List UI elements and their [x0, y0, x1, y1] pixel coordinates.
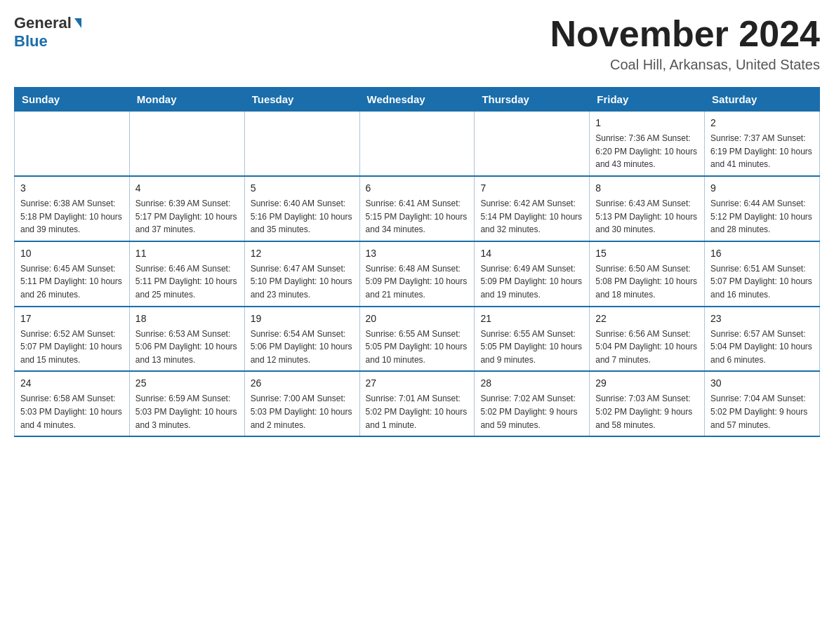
day-number: 2 [710, 116, 814, 130]
day-info: Sunrise: 7:00 AM Sunset: 5:03 PM Dayligh… [251, 392, 354, 431]
calendar-week-row: 10Sunrise: 6:45 AM Sunset: 5:11 PM Dayli… [15, 241, 820, 307]
calendar-cell: 4Sunrise: 6:39 AM Sunset: 5:17 PM Daylig… [129, 176, 244, 241]
logo: General Blue [14, 14, 81, 51]
day-number: 18 [135, 311, 239, 326]
day-number: 17 [20, 311, 124, 326]
calendar-cell [15, 112, 130, 176]
day-info: Sunrise: 6:58 AM Sunset: 5:03 PM Dayligh… [20, 392, 124, 431]
calendar-cell: 7Sunrise: 6:42 AM Sunset: 5:14 PM Daylig… [475, 176, 590, 241]
day-info: Sunrise: 6:41 AM Sunset: 5:15 PM Dayligh… [366, 197, 469, 236]
calendar-cell: 28Sunrise: 7:02 AM Sunset: 5:02 PM Dayli… [475, 371, 590, 436]
calendar-header-row: SundayMondayTuesdayWednesdayThursdayFrid… [15, 88, 820, 112]
calendar-week-row: 24Sunrise: 6:58 AM Sunset: 5:03 PM Dayli… [15, 371, 820, 436]
calendar-day-header: Monday [129, 88, 244, 112]
day-number: 21 [480, 311, 583, 326]
page-header: General Blue November 2024 Coal Hill, Ar… [14, 14, 820, 73]
day-number: 4 [135, 181, 239, 196]
calendar-cell: 24Sunrise: 6:58 AM Sunset: 5:03 PM Dayli… [15, 371, 130, 436]
day-info: Sunrise: 6:56 AM Sunset: 5:04 PM Dayligh… [595, 328, 699, 367]
calendar-cell: 17Sunrise: 6:52 AM Sunset: 5:07 PM Dayli… [15, 307, 130, 372]
day-info: Sunrise: 6:55 AM Sunset: 5:05 PM Dayligh… [480, 328, 583, 367]
logo-general-label: General [14, 14, 72, 32]
day-number: 20 [366, 311, 469, 326]
day-number: 9 [710, 181, 814, 196]
day-number: 22 [595, 311, 699, 326]
calendar-cell [359, 112, 475, 176]
day-number: 24 [20, 376, 124, 391]
calendar-cell: 30Sunrise: 7:04 AM Sunset: 5:02 PM Dayli… [705, 371, 820, 436]
calendar-cell: 18Sunrise: 6:53 AM Sunset: 5:06 PM Dayli… [129, 307, 244, 372]
logo-general-text: General [14, 14, 81, 32]
day-number: 30 [710, 376, 814, 391]
day-number: 25 [135, 376, 239, 391]
month-title: November 2024 [550, 14, 820, 54]
day-info: Sunrise: 7:02 AM Sunset: 5:02 PM Dayligh… [480, 392, 583, 431]
day-number: 28 [480, 376, 583, 391]
day-info: Sunrise: 6:43 AM Sunset: 5:13 PM Dayligh… [595, 197, 699, 236]
calendar-day-header: Thursday [475, 88, 590, 112]
day-info: Sunrise: 6:45 AM Sunset: 5:11 PM Dayligh… [20, 262, 124, 302]
day-number: 26 [251, 376, 354, 391]
calendar-cell: 27Sunrise: 7:01 AM Sunset: 5:02 PM Dayli… [359, 371, 475, 436]
day-number: 13 [366, 246, 469, 261]
calendar-week-row: 1Sunrise: 7:36 AM Sunset: 6:20 PM Daylig… [15, 112, 820, 176]
calendar-cell: 26Sunrise: 7:00 AM Sunset: 5:03 PM Dayli… [244, 371, 359, 436]
day-number: 29 [595, 376, 699, 391]
day-info: Sunrise: 6:42 AM Sunset: 5:14 PM Dayligh… [480, 197, 583, 236]
day-number: 14 [480, 246, 583, 261]
calendar-cell: 12Sunrise: 6:47 AM Sunset: 5:10 PM Dayli… [244, 241, 359, 307]
day-info: Sunrise: 7:37 AM Sunset: 6:19 PM Dayligh… [710, 132, 814, 171]
calendar-day-header: Wednesday [359, 88, 475, 112]
day-number: 8 [595, 181, 699, 196]
day-number: 10 [20, 246, 124, 261]
day-info: Sunrise: 6:53 AM Sunset: 5:06 PM Dayligh… [135, 328, 239, 367]
day-number: 12 [251, 246, 354, 261]
day-number: 11 [135, 246, 239, 261]
day-info: Sunrise: 7:36 AM Sunset: 6:20 PM Dayligh… [595, 132, 699, 171]
calendar-cell [129, 112, 244, 176]
calendar-day-header: Tuesday [244, 88, 359, 112]
calendar-cell: 11Sunrise: 6:46 AM Sunset: 5:11 PM Dayli… [129, 241, 244, 307]
calendar-cell: 13Sunrise: 6:48 AM Sunset: 5:09 PM Dayli… [359, 241, 475, 307]
calendar-cell: 8Sunrise: 6:43 AM Sunset: 5:13 PM Daylig… [590, 176, 705, 241]
day-info: Sunrise: 6:51 AM Sunset: 5:07 PM Dayligh… [710, 262, 814, 302]
calendar-cell: 3Sunrise: 6:38 AM Sunset: 5:18 PM Daylig… [15, 176, 130, 241]
day-info: Sunrise: 7:04 AM Sunset: 5:02 PM Dayligh… [710, 392, 814, 431]
calendar-cell: 22Sunrise: 6:56 AM Sunset: 5:04 PM Dayli… [590, 307, 705, 372]
calendar-cell [244, 112, 359, 176]
calendar-cell: 25Sunrise: 6:59 AM Sunset: 5:03 PM Dayli… [129, 371, 244, 436]
calendar-day-header: Sunday [15, 88, 130, 112]
calendar-day-header: Saturday [705, 88, 820, 112]
day-info: Sunrise: 6:39 AM Sunset: 5:17 PM Dayligh… [135, 197, 239, 236]
calendar-cell: 10Sunrise: 6:45 AM Sunset: 5:11 PM Dayli… [15, 241, 130, 307]
calendar-cell: 6Sunrise: 6:41 AM Sunset: 5:15 PM Daylig… [359, 176, 475, 241]
day-info: Sunrise: 6:59 AM Sunset: 5:03 PM Dayligh… [135, 392, 239, 431]
calendar-cell: 5Sunrise: 6:40 AM Sunset: 5:16 PM Daylig… [244, 176, 359, 241]
day-info: Sunrise: 6:48 AM Sunset: 5:09 PM Dayligh… [366, 262, 469, 302]
calendar-week-row: 3Sunrise: 6:38 AM Sunset: 5:18 PM Daylig… [15, 176, 820, 241]
day-number: 16 [710, 246, 814, 261]
day-number: 1 [595, 116, 699, 130]
calendar-cell: 19Sunrise: 6:54 AM Sunset: 5:06 PM Dayli… [244, 307, 359, 372]
day-info: Sunrise: 6:46 AM Sunset: 5:11 PM Dayligh… [135, 262, 239, 302]
calendar-cell: 9Sunrise: 6:44 AM Sunset: 5:12 PM Daylig… [705, 176, 820, 241]
day-info: Sunrise: 6:50 AM Sunset: 5:08 PM Dayligh… [595, 262, 699, 302]
calendar-day-header: Friday [590, 88, 705, 112]
calendar-cell: 23Sunrise: 6:57 AM Sunset: 5:04 PM Dayli… [705, 307, 820, 372]
day-number: 15 [595, 246, 699, 261]
calendar-cell: 14Sunrise: 6:49 AM Sunset: 5:09 PM Dayli… [475, 241, 590, 307]
day-info: Sunrise: 6:57 AM Sunset: 5:04 PM Dayligh… [710, 328, 814, 367]
day-info: Sunrise: 6:49 AM Sunset: 5:09 PM Dayligh… [480, 262, 583, 302]
logo-blue-text: Blue [14, 32, 48, 51]
day-info: Sunrise: 6:44 AM Sunset: 5:12 PM Dayligh… [710, 197, 814, 236]
calendar-cell: 1Sunrise: 7:36 AM Sunset: 6:20 PM Daylig… [590, 112, 705, 176]
calendar-cell: 29Sunrise: 7:03 AM Sunset: 5:02 PM Dayli… [590, 371, 705, 436]
day-number: 3 [20, 181, 124, 196]
calendar-cell [475, 112, 590, 176]
day-info: Sunrise: 7:03 AM Sunset: 5:02 PM Dayligh… [595, 392, 699, 431]
day-number: 5 [251, 181, 354, 196]
calendar-cell: 21Sunrise: 6:55 AM Sunset: 5:05 PM Dayli… [475, 307, 590, 372]
day-number: 6 [366, 181, 469, 196]
day-number: 23 [710, 311, 814, 326]
calendar-week-row: 17Sunrise: 6:52 AM Sunset: 5:07 PM Dayli… [15, 307, 820, 372]
